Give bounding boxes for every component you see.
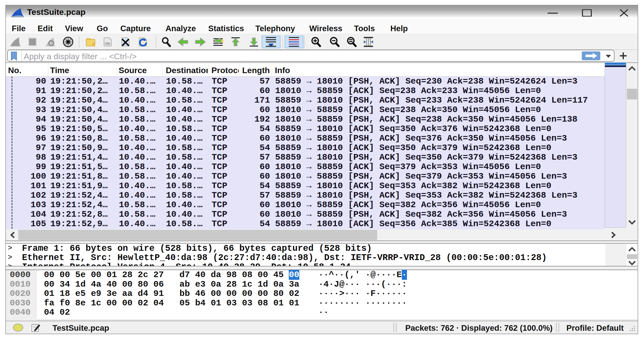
svg-text:010: 010: [106, 42, 110, 45]
